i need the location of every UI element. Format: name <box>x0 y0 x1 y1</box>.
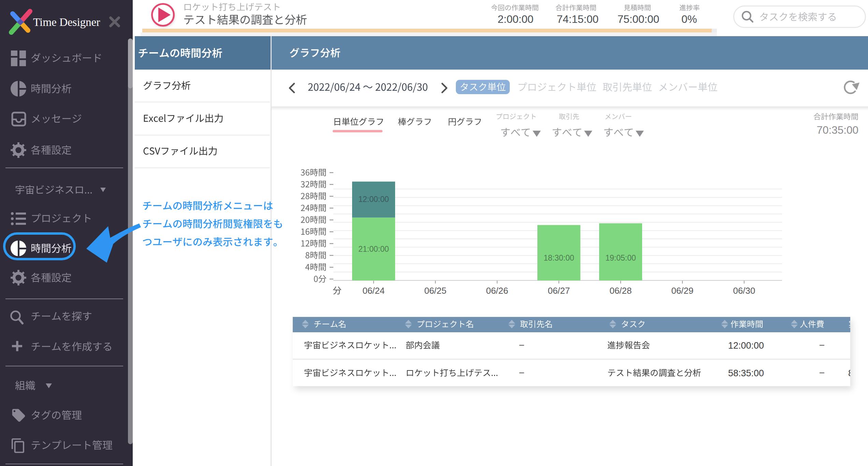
svg-text:–: – <box>820 367 824 377</box>
svg-text:–: – <box>519 340 524 349</box>
svg-text:70:35:00: 70:35:00 <box>816 124 858 136</box>
svg-text:18:30:00: 18:30:00 <box>544 253 574 262</box>
svg-text:06/26: 06/26 <box>486 286 508 296</box>
svg-text:74:15:00: 74:15:00 <box>557 13 599 25</box>
svg-text:06/27: 06/27 <box>548 286 570 296</box>
svg-text:–: – <box>820 340 824 349</box>
svg-text:2:00:00: 2:00:00 <box>497 13 533 25</box>
svg-text:75:00:00: 75:00:00 <box>618 13 660 25</box>
svg-text:21:00:00: 21:00:00 <box>358 245 389 253</box>
svg-text:06/30: 06/30 <box>733 286 755 296</box>
svg-text:12:00:00: 12:00:00 <box>358 195 389 204</box>
svg-text:06/24: 06/24 <box>362 286 385 296</box>
svg-text:06/29: 06/29 <box>671 286 693 296</box>
svg-text:58:35:00: 58:35:00 <box>728 368 764 378</box>
svg-text:–: – <box>519 367 524 377</box>
svg-text:0%: 0% <box>681 13 697 25</box>
svg-text:Time Designer: Time Designer <box>33 16 100 28</box>
svg-text:06/28: 06/28 <box>609 286 632 296</box>
svg-text:06/25: 06/25 <box>424 286 446 296</box>
svg-text:8: 8 <box>848 368 853 378</box>
svg-text:19:05:00: 19:05:00 <box>605 253 636 262</box>
svg-text:12:00:00: 12:00:00 <box>728 340 764 351</box>
